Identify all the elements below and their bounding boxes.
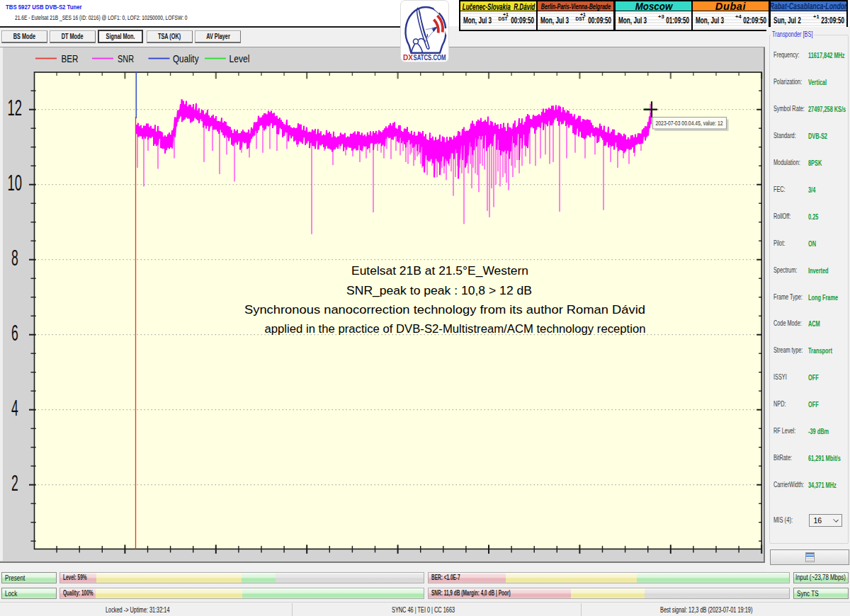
svg-text:SNR: SNR — [118, 53, 134, 64]
svg-text:10: 10 — [8, 171, 23, 195]
svg-text:Quality: Quality — [173, 53, 199, 64]
svg-text:DX: DX — [403, 53, 413, 62]
svg-text:2023-07-03 00.04.45, value: 12: 2023-07-03 00.04.45, value: 12 — [656, 119, 723, 127]
svg-text:Synchronous nanocorrection tec: Synchronous nanocorrection technology fr… — [244, 302, 645, 316]
svg-text:applied in the practice of DVB: applied in the practice of DVB-S2-Multis… — [265, 321, 646, 336]
svg-text:SNR_peak to peak : 10,8 > 12 d: SNR_peak to peak : 10,8 > 12 dB — [346, 283, 532, 297]
svg-text:12: 12 — [8, 96, 23, 120]
svg-text:6: 6 — [11, 321, 18, 345]
svg-text:BER: BER — [62, 53, 79, 64]
svg-text:Eutelsat 21B at 21.5°E_Western: Eutelsat 21B at 21.5°E_Western — [351, 263, 528, 278]
svg-text:Level: Level — [230, 53, 250, 64]
svg-text:4: 4 — [11, 396, 18, 420]
svg-text:2: 2 — [11, 471, 18, 495]
svg-text:8: 8 — [11, 246, 18, 270]
svg-text:SATCS.COM: SATCS.COM — [414, 53, 446, 62]
